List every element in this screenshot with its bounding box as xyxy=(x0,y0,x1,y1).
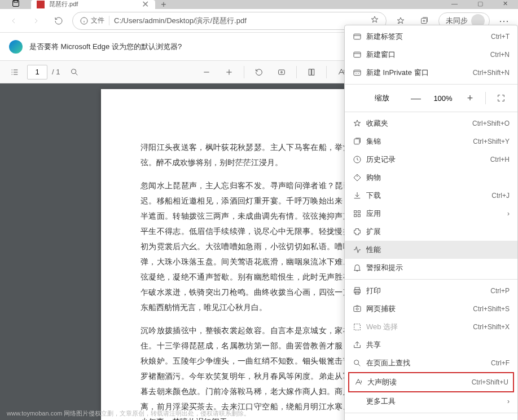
print-icon xyxy=(353,286,366,295)
url-text: C:/Users/admin/Desktop/演示/琵琶行.pdf xyxy=(114,16,370,26)
menu-downloads[interactable]: 下载 Ctrl+J xyxy=(345,187,517,205)
zoom-out-button[interactable] xyxy=(196,63,217,81)
svg-rect-11 xyxy=(354,52,361,57)
menu-settings[interactable]: 设置 xyxy=(345,415,517,420)
share-icon xyxy=(353,341,366,350)
svg-rect-1 xyxy=(14,0,17,2)
svg-rect-10 xyxy=(354,34,361,39)
menu-print[interactable]: 打印 Ctrl+P xyxy=(345,282,517,300)
zoom-label: 缩放 xyxy=(353,93,389,103)
capture-icon xyxy=(353,304,366,313)
menu-extensions[interactable]: 扩展 xyxy=(345,223,517,241)
svg-rect-17 xyxy=(358,211,360,213)
sync-label: 未同步 xyxy=(446,16,468,26)
tab-title: 琵琶行.pdf xyxy=(49,0,141,8)
info-icon xyxy=(80,16,89,25)
file-label: 文件 xyxy=(91,16,104,25)
svg-rect-16 xyxy=(354,211,357,213)
page-number-input[interactable] xyxy=(27,65,47,79)
new-tab-icon xyxy=(353,32,366,41)
zoom-value: 100% xyxy=(431,94,455,103)
edge-logo-icon xyxy=(9,40,23,54)
svg-rect-5 xyxy=(279,70,285,74)
rotate-icon[interactable] xyxy=(249,63,269,81)
download-icon xyxy=(353,191,366,200)
menu-collections[interactable]: 集锦 Ctrl+Shift+Y xyxy=(345,132,517,151)
window-controls: — ▢ ✕ xyxy=(442,0,518,9)
svg-point-4 xyxy=(72,69,76,73)
url-box[interactable]: 文件 C:/Users/admin/Desktop/演示/琵琶行.pdf xyxy=(72,12,387,30)
chevron-right-icon: › xyxy=(507,210,510,218)
new-window-icon xyxy=(353,50,366,59)
fit-page-icon[interactable] xyxy=(271,63,292,81)
history-icon xyxy=(353,155,366,164)
browser-tab[interactable]: 琵琶行.pdf ✕ xyxy=(31,0,155,9)
menu-new-inprivate[interactable]: 新建 InPrivate 窗口 Ctrl+Shift+N xyxy=(345,64,517,82)
fullscreen-icon[interactable] xyxy=(493,90,510,107)
tab-close-button[interactable]: ✕ xyxy=(141,0,150,10)
performance-icon xyxy=(353,245,366,254)
menu-history[interactable]: 历史记录 Ctrl+H xyxy=(345,151,517,169)
menu-alerts[interactable]: 警报和提示 xyxy=(345,259,517,277)
new-tab-button[interactable]: + xyxy=(155,0,172,10)
contents-icon[interactable] xyxy=(5,63,25,81)
watermark: www.toymoban.com 网络图片侵权立删，文章原创，转载请注明出处，侵… xyxy=(7,409,250,418)
select-icon xyxy=(353,322,366,331)
menu-more-tools[interactable]: 更多工具 › xyxy=(345,392,517,410)
menu-new-window[interactable]: 新建窗口 Ctrl+N xyxy=(345,46,517,64)
menu-web-select: Web 选择 Ctrl+Shift+X xyxy=(345,318,517,336)
svg-rect-8 xyxy=(312,69,314,75)
zoom-plus-button[interactable]: + xyxy=(462,90,479,107)
menu-zoom-row: 缩放 — 100% + xyxy=(345,87,517,109)
tab-spacer xyxy=(0,0,31,8)
chevron-right-icon: › xyxy=(507,397,510,405)
menu-shopping[interactable]: 购物 xyxy=(345,169,517,187)
apps-icon xyxy=(353,209,366,218)
svg-rect-19 xyxy=(358,214,360,216)
page-info[interactable]: 文件 xyxy=(80,16,109,25)
svg-rect-18 xyxy=(354,214,357,216)
inprivate-icon xyxy=(353,68,366,77)
menu-performance[interactable]: 性能 xyxy=(345,241,517,259)
svg-point-26 xyxy=(354,360,359,365)
menu-share[interactable]: 共享 xyxy=(345,336,517,354)
refresh-button[interactable] xyxy=(50,12,68,30)
svg-point-6 xyxy=(281,71,283,73)
zoom-in-button[interactable] xyxy=(219,63,239,81)
read-aloud-menu-icon xyxy=(354,378,367,387)
maximize-button[interactable]: ▢ xyxy=(467,0,493,9)
forward-button[interactable] xyxy=(27,12,45,30)
zoom-minus-button[interactable]: — xyxy=(407,90,424,107)
menu-read-aloud[interactable]: 大声朗读 Ctrl+Shift+U xyxy=(349,373,513,391)
search-icon[interactable] xyxy=(64,63,85,81)
tag-icon xyxy=(353,173,366,182)
page-total: / 1 xyxy=(52,68,60,76)
menu-find[interactable]: 在页面上查找 Ctrl+F xyxy=(345,354,517,372)
svg-rect-13 xyxy=(354,139,359,144)
back-button[interactable] xyxy=(5,12,23,30)
find-icon xyxy=(353,359,366,368)
svg-rect-25 xyxy=(354,324,361,330)
bell-icon xyxy=(353,263,366,272)
svg-point-24 xyxy=(356,308,358,310)
tab-bar: 琵琶行.pdf ✕ + — ▢ ✕ xyxy=(0,0,518,9)
extensions-icon xyxy=(353,227,366,236)
page-view-icon[interactable] xyxy=(301,63,322,81)
svg-rect-20 xyxy=(355,288,359,290)
pdf-file-icon xyxy=(37,1,45,8)
svg-rect-12 xyxy=(354,70,361,75)
svg-point-15 xyxy=(357,176,357,176)
read-aloud-highlight: 大声朗读 Ctrl+Shift+U xyxy=(348,372,514,392)
close-window-button[interactable]: ✕ xyxy=(493,0,518,9)
menu-capture[interactable]: 网页捕获 Ctrl+Shift+S xyxy=(345,300,517,318)
collections-menu-icon xyxy=(353,137,366,146)
menu-new-tab[interactable]: 新建标签页 Ctrl+T xyxy=(345,28,517,46)
app-menu: 新建标签页 Ctrl+T 新建窗口 Ctrl+N 新建 InPrivate 窗口… xyxy=(344,25,518,420)
menu-favorites[interactable]: 收藏夹 Ctrl+Shift+O xyxy=(345,114,517,132)
svg-rect-7 xyxy=(309,69,311,75)
menu-apps[interactable]: 应用 › xyxy=(345,205,517,223)
star-icon xyxy=(353,119,366,128)
minimize-button[interactable]: — xyxy=(442,0,467,9)
svg-rect-23 xyxy=(354,306,361,311)
tabs-overview-icon[interactable] xyxy=(11,0,20,10)
